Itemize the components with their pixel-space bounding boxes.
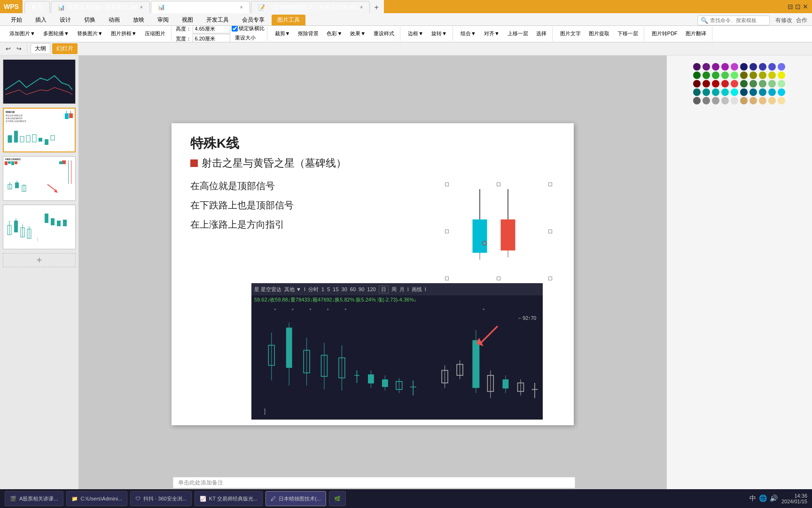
color-swatch-17[interactable] (759, 71, 766, 79)
redo-btn[interactable]: ↪ (15, 44, 23, 53)
color-swatch-49[interactable] (778, 97, 785, 104)
color-swatch-28[interactable] (768, 80, 776, 87)
collaborate-btn[interactable]: 合作 (796, 16, 807, 24)
tab-stocks-close[interactable]: × (140, 5, 143, 10)
color-swatch-2[interactable] (712, 63, 719, 71)
align-btn[interactable]: 对齐▼ (481, 29, 503, 39)
color-swatch-6[interactable] (750, 63, 757, 71)
effect-btn[interactable]: 效果▼ (347, 29, 369, 39)
recolor-btn[interactable]: 重设样式 (370, 29, 398, 39)
color-swatch-23[interactable] (721, 80, 729, 87)
color-swatch-45[interactable] (740, 97, 748, 104)
tab-candlestick[interactable]: 📊 日本蜡烛图技术(完整版).ppt × (151, 1, 250, 13)
color-swatch-46[interactable] (750, 97, 757, 104)
tab-doc[interactable]: 📝 《日本蜡烛图技术》表格式归纳.doc × (251, 1, 370, 13)
add-image-btn[interactable]: 添加图片▼ (6, 29, 39, 39)
color-swatch-35[interactable] (740, 88, 748, 96)
undo-btn[interactable]: ↩ (4, 44, 13, 53)
period-90[interactable]: 90 (359, 286, 364, 292)
color-swatch-8[interactable] (768, 63, 776, 71)
color-swatch-11[interactable] (703, 71, 710, 79)
tab-view[interactable]: 视图 (176, 14, 199, 25)
color-swatch-27[interactable] (759, 80, 766, 87)
img-frame-btn[interactable]: 图片拼框▼ (108, 29, 140, 39)
taskbar-lang-icon[interactable]: 中 (750, 494, 756, 503)
color-swatch-41[interactable] (703, 97, 710, 104)
period-month[interactable]: 月 (399, 286, 405, 293)
color-swatch-36[interactable] (750, 88, 757, 96)
height-input[interactable] (193, 25, 230, 34)
tab-stocks[interactable]: 📊 股票技术分析--图形基础.ppt × (51, 1, 150, 13)
border-btn[interactable]: 边框▼ (405, 29, 427, 39)
reset-size-btn[interactable]: 重设大小 (232, 33, 265, 42)
handle-ml[interactable] (445, 230, 449, 233)
color-swatch-43[interactable] (721, 97, 729, 104)
color-swatch-5[interactable] (740, 63, 748, 71)
color-swatch-22[interactable] (712, 80, 719, 87)
tab-slideshow[interactable]: 放映 (127, 14, 150, 25)
handle-tm[interactable] (497, 183, 500, 186)
color-swatch-16[interactable] (750, 71, 757, 79)
taskbar-item-explorer[interactable]: 📁 C:\Users\Admini... (66, 491, 128, 506)
has-changes-badge[interactable]: 有修改 (775, 16, 792, 24)
color-swatch-47[interactable] (759, 97, 766, 104)
tab-image-tool[interactable]: 图片工具 (272, 15, 305, 25)
rotate-btn[interactable]: 旋转▼ (428, 29, 450, 39)
period-1[interactable]: 1 (321, 286, 324, 292)
taskbar-item-trading[interactable]: 📈 KT 交易师经典版光... (195, 491, 263, 506)
color-swatch-39[interactable] (778, 88, 785, 96)
view-outline-btn[interactable]: 大纲 (31, 43, 50, 54)
color-swatch-12[interactable] (712, 71, 719, 79)
color-swatch-4[interactable] (731, 63, 738, 71)
tab-design[interactable]: 设计 (54, 14, 77, 25)
color-swatch-34[interactable] (731, 88, 738, 96)
period-30[interactable]: 30 (342, 286, 347, 292)
up-layer-btn[interactable]: 上移一层 (504, 29, 531, 39)
tab-start[interactable]: 开始 (5, 14, 28, 25)
color-swatch-33[interactable] (721, 88, 729, 96)
slide-thumb-3[interactable]: 与黄昏之星(高跳空) (3, 156, 76, 201)
color-swatch-0[interactable] (693, 63, 701, 71)
replace-img-btn[interactable]: 替换图片▼ (74, 29, 106, 39)
other-btn[interactable]: 其他 ▼ (284, 286, 301, 293)
slide-thumb-1[interactable] (3, 59, 76, 104)
color-swatch-32[interactable] (712, 88, 719, 96)
lock-ratio-checkbox[interactable] (232, 25, 238, 32)
color-swatch-18[interactable] (768, 71, 776, 79)
taskbar-volume-icon[interactable]: 🔊 (770, 494, 778, 503)
color-swatch-29[interactable] (778, 80, 785, 87)
period-60[interactable]: 60 (350, 286, 356, 292)
tab-candle-close[interactable]: × (240, 5, 243, 10)
candle-diagram-container[interactable] (447, 184, 550, 278)
notes-placeholder[interactable]: 单击此处添加备注 (173, 479, 228, 487)
color-swatch-37[interactable] (759, 88, 766, 96)
handle-tr[interactable] (548, 183, 552, 186)
color-swatch-25[interactable] (740, 80, 748, 87)
color-swatch-13[interactable] (721, 71, 729, 79)
period-week[interactable]: 周 (391, 286, 397, 293)
search-input[interactable] (710, 17, 766, 23)
to-pdf-btn[interactable]: 图片转PDF (648, 29, 681, 39)
color-swatch-3[interactable] (721, 63, 729, 71)
header-window-controls[interactable]: ⊟ ⊡ ✕ (788, 3, 808, 10)
color-swatch-38[interactable] (768, 88, 776, 96)
color-swatch-14[interactable] (731, 71, 738, 79)
down-layer-btn[interactable]: 下移一层 (614, 29, 641, 39)
handle-tl[interactable] (445, 183, 449, 186)
color-swatch-20[interactable] (693, 80, 701, 87)
color-swatch-30[interactable] (693, 88, 701, 96)
period-day-btn[interactable]: 日 (379, 286, 389, 294)
color-swatch-19[interactable] (778, 71, 785, 79)
tab-member[interactable]: 会员专享 (236, 14, 271, 25)
view-slides-btn[interactable]: 幻灯片 (52, 43, 78, 54)
color-swatch-42[interactable] (712, 97, 719, 104)
slide-thumb-2[interactable]: 特殊K线 射击之星与黄昏之星 在高位就是顶部信号 在下跌路上也是顶部信号 (3, 108, 76, 152)
picture-text-btn[interactable]: 图片文字 (557, 29, 584, 39)
color-swatch-48[interactable] (768, 97, 776, 104)
color-swatch-10[interactable] (693, 71, 701, 79)
handle-bl[interactable] (445, 277, 449, 280)
color-swatch-9[interactable] (778, 63, 785, 71)
add-slide-btn[interactable]: + (3, 253, 76, 267)
tab-insert[interactable]: 插入 (29, 14, 53, 25)
slide-thumb-4[interactable] (3, 205, 76, 249)
